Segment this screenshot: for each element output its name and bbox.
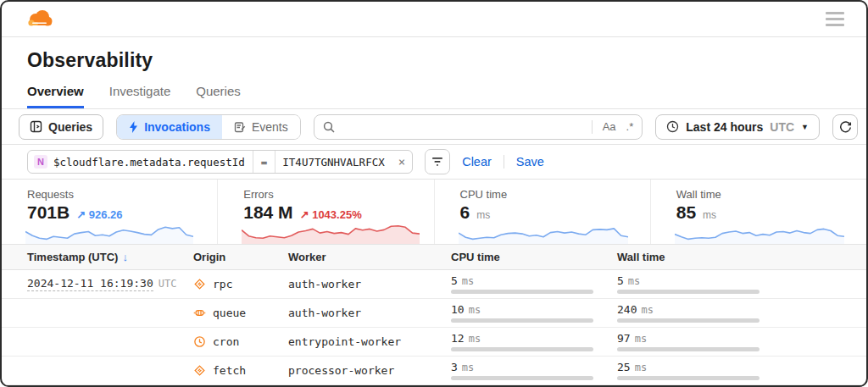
queue-icon <box>193 307 206 319</box>
stat-card-wall-time[interactable]: Wall time 85 ms <box>650 180 866 244</box>
table-header: Timestamp (UTC)↓ Origin Worker CPU time … <box>2 245 866 270</box>
wall-time-cell: 240ms <box>617 303 866 323</box>
segment-invocations[interactable]: Invocations <box>117 115 222 139</box>
refresh-button[interactable] <box>832 114 858 140</box>
wall-progress-bar <box>617 290 760 294</box>
tab-queries[interactable]: Queries <box>196 84 241 108</box>
stats-row: Requests 701B ↗ 926.26 Errors 184 M ↗ 10… <box>2 180 866 245</box>
invocations-table: Timestamp (UTC)↓ Origin Worker CPU time … <box>2 245 866 385</box>
top-bar <box>2 2 866 37</box>
filter-operator: = <box>253 151 275 173</box>
save-query-button[interactable]: Save <box>516 155 544 169</box>
wall-progress-bar <box>617 347 760 351</box>
filter-chip[interactable]: N $cloudflare.metadata.requestId = IT4U7… <box>27 150 413 174</box>
timestamp-cell[interactable]: 2024-12-11 16:19:30 UTC <box>27 277 193 291</box>
page-title: Observability <box>27 49 841 72</box>
cpu-sparkline <box>459 218 628 244</box>
search-options: Aa .* <box>592 120 634 134</box>
column-origin[interactable]: Origin <box>193 251 288 263</box>
search-bar[interactable]: Aa .* <box>314 114 643 140</box>
cpu-time-cell: 3ms <box>451 361 617 380</box>
wall-time-cell: 25ms <box>617 361 866 380</box>
filter-bar: N $cloudflare.metadata.requestId = IT4U7… <box>2 145 866 180</box>
segment-events[interactable]: Events <box>222 115 300 139</box>
app-window: Observability Overview Investigate Queri… <box>0 0 868 387</box>
column-cpu-time[interactable]: CPU time <box>451 251 617 263</box>
dataset-toggle: Invocations Events <box>116 114 301 140</box>
origin-cell: fetch <box>193 364 288 377</box>
origin-cell: rpc <box>193 278 288 290</box>
worker-cell: entrypoint-worker <box>288 335 451 348</box>
stat-card-requests[interactable]: Requests 701B ↗ 926.26 <box>2 180 217 244</box>
table-row[interactable]: 2024-12-11 16:19:30 UTC rpc auth-worker … <box>2 270 866 299</box>
toolbar: Queries Invocations Events <box>2 109 866 145</box>
filter-value: IT4U7TGNHVALRFCX <box>275 151 391 173</box>
match-case-icon[interactable]: Aa <box>603 120 616 133</box>
worker-cell: auth-worker <box>288 307 451 319</box>
cpu-time-cell: 5ms <box>451 274 617 294</box>
fetch-icon <box>193 364 206 377</box>
table-row[interactable]: cron entrypoint-worker 12ms 97ms <box>2 328 866 357</box>
origin-cell: cron <box>193 335 288 348</box>
filter-lines-icon <box>431 157 443 167</box>
tab-overview[interactable]: Overview <box>27 84 84 108</box>
filter-field: $cloudflare.metadata.requestId <box>51 151 253 173</box>
table-row[interactable]: queue auth-worker 10ms 240ms <box>2 299 866 328</box>
chevron-down-icon: ▼ <box>801 123 809 131</box>
origin-cell: queue <box>193 307 288 319</box>
lightning-icon <box>129 121 138 133</box>
search-input[interactable] <box>342 120 585 133</box>
field-type-badge: N <box>34 155 47 169</box>
rpc-icon <box>193 278 206 290</box>
stat-card-cpu-time[interactable]: CPU time 6 ms <box>434 180 650 244</box>
errors-sparkline <box>242 218 420 244</box>
events-icon <box>234 121 246 133</box>
sort-desc-icon: ↓ <box>122 251 128 263</box>
search-icon <box>323 121 335 133</box>
time-range-dropdown[interactable]: Last 24 hours UTC ▼ <box>655 114 820 140</box>
clear-filters-button[interactable]: Clear <box>462 155 492 169</box>
wall-time-cell: 5ms <box>617 274 866 294</box>
wall-time-cell: 97ms <box>617 332 866 351</box>
queries-button[interactable]: Queries <box>19 114 103 140</box>
column-timestamp[interactable]: Timestamp (UTC)↓ <box>27 251 193 263</box>
regex-icon[interactable]: .* <box>626 120 634 133</box>
clock-icon <box>666 120 679 133</box>
page-header: Observability Overview Investigate Queri… <box>2 37 866 109</box>
cron-icon <box>193 335 206 348</box>
tab-investigate[interactable]: Investigate <box>109 84 171 108</box>
requests-sparkline <box>25 218 193 244</box>
panel-icon <box>30 120 42 133</box>
tab-bar: Overview Investigate Queries <box>27 84 841 108</box>
cpu-progress-bar <box>451 290 593 294</box>
cpu-time-cell: 12ms <box>451 332 617 351</box>
cloudflare-logo-icon <box>24 8 54 30</box>
stat-card-errors[interactable]: Errors 184 M ↗ 1043.25% <box>217 180 433 244</box>
cpu-progress-bar <box>451 376 593 380</box>
cpu-progress-bar <box>451 347 593 351</box>
remove-filter-icon[interactable]: × <box>392 151 412 173</box>
column-worker[interactable]: Worker <box>288 251 451 263</box>
table-row[interactable]: fetch processor-worker 3ms 25ms <box>2 357 866 385</box>
cpu-progress-bar <box>451 318 593 323</box>
wall-progress-bar <box>617 318 760 323</box>
column-wall-time[interactable]: Wall time <box>617 251 866 263</box>
cpu-time-cell: 10ms <box>451 303 617 323</box>
filter-options-button[interactable] <box>425 149 450 174</box>
wall-sparkline <box>675 218 844 244</box>
refresh-icon <box>839 120 852 133</box>
wall-progress-bar <box>617 376 760 380</box>
menu-icon[interactable] <box>826 12 844 26</box>
worker-cell: auth-worker <box>288 278 451 290</box>
worker-cell: processor-worker <box>288 364 451 377</box>
